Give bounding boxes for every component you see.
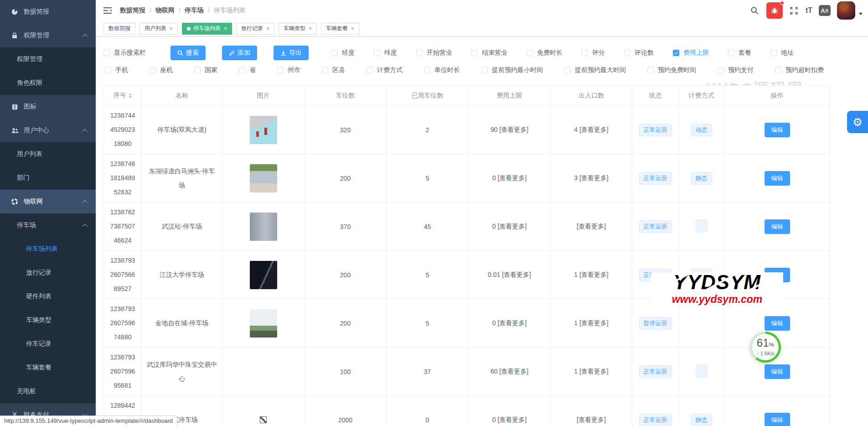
filter-checkbox-booking-payment[interactable]: 预约支付 bbox=[718, 66, 754, 74]
close-icon[interactable]: × bbox=[309, 26, 312, 31]
filter-checkbox-country[interactable]: 国家 bbox=[194, 66, 217, 74]
breadcrumb-item[interactable]: 停车场 bbox=[185, 6, 204, 15]
checkbox-icon bbox=[277, 67, 284, 73]
filter-checkbox-fee-cap[interactable]: 费用上限 bbox=[673, 49, 709, 57]
translate-icon[interactable]: A文 bbox=[819, 5, 831, 16]
edit-button[interactable]: 编辑 bbox=[765, 316, 790, 331]
filter-checkbox-latitude[interactable]: 纬度 bbox=[374, 49, 397, 57]
sidebar-item-permission-manage[interactable]: 权限管理 bbox=[0, 47, 96, 71]
filter-checkbox-unit-duration[interactable]: 单位时长 bbox=[424, 66, 460, 74]
sidebar-group-parking[interactable]: 停车场 bbox=[0, 213, 96, 237]
sidebar-item-label: 停车记录 bbox=[26, 340, 52, 348]
close-icon[interactable]: × bbox=[351, 26, 354, 31]
sidebar-group-permissions[interactable]: 权限管理 bbox=[0, 24, 96, 47]
sidebar-item-user-list[interactable]: 用户列表 bbox=[0, 142, 96, 166]
checkbox-icon bbox=[424, 67, 430, 73]
tab-vehicle-packages[interactable]: 车辆套餐 × bbox=[321, 23, 359, 35]
cell-actions: 编辑 bbox=[724, 203, 830, 251]
gates-more-link[interactable]: 4 [查看更多] bbox=[551, 106, 632, 154]
sidebar-item-vehicle-type[interactable]: 车辆类型 bbox=[0, 308, 96, 332]
filter-checkbox-review-count[interactable]: 评论数 bbox=[624, 49, 654, 57]
font-size-icon[interactable]: tT bbox=[806, 6, 812, 15]
edit-button[interactable]: 编辑 bbox=[765, 219, 790, 234]
gates-more-link[interactable]: [查看更多] bbox=[551, 396, 632, 426]
tab-label: 放行记录 bbox=[241, 25, 263, 32]
edit-button[interactable]: 编辑 bbox=[765, 123, 790, 137]
filter-checkbox-close-time[interactable]: 结束营业 bbox=[471, 49, 507, 57]
checkbox-label: 免费时长 bbox=[537, 49, 563, 57]
fee-more-link[interactable]: 0 [查看更多] bbox=[469, 154, 551, 203]
sidebar-item-parking-list[interactable]: 停车场列表 bbox=[0, 237, 96, 261]
gates-more-link[interactable]: 1 [查看更多] bbox=[551, 251, 632, 299]
export-button[interactable]: 导出 bbox=[274, 46, 309, 60]
filter-checkbox-mobile[interactable]: 手机 bbox=[105, 66, 128, 74]
filter-checkbox-open-time[interactable]: 开始营业 bbox=[416, 49, 452, 57]
avatar[interactable] bbox=[837, 1, 855, 20]
show-search-checkbox[interactable]: 显示搜索栏 bbox=[103, 49, 146, 57]
sidebar-item-icons[interactable]: 图标 bbox=[0, 95, 96, 119]
sidebar-group-iot[interactable]: 物联网 bbox=[0, 190, 96, 213]
filter-checkbox-max-advance-time[interactable]: 提前预约最大时间 bbox=[564, 66, 626, 74]
search-button[interactable]: 搜索 bbox=[170, 46, 206, 60]
filter-checkbox-billing-mode[interactable]: 计费方式 bbox=[367, 66, 403, 74]
gates-more-link[interactable]: 1 [查看更多] bbox=[551, 299, 632, 348]
sidebar-item-department[interactable]: 部门 bbox=[0, 166, 96, 190]
sidebar-item-charging-pile[interactable]: 充电桩 bbox=[0, 379, 96, 403]
breadcrumb-item[interactable]: 数据简报 bbox=[120, 6, 145, 15]
tab-vehicle-type[interactable]: 车辆类型 × bbox=[279, 23, 317, 35]
filter-checkbox-package[interactable]: 套餐 bbox=[728, 49, 751, 57]
error-log-bug-icon[interactable] bbox=[766, 2, 783, 19]
tab-parking-list[interactable]: 停车场列表 × bbox=[182, 23, 232, 35]
filter-checkbox-rating[interactable]: 评分 bbox=[582, 49, 605, 57]
tab-user-list[interactable]: 用户列表 × bbox=[140, 23, 178, 35]
sidebar-group-user-center[interactable]: 用户中心 bbox=[0, 119, 96, 142]
sort-carets-icon[interactable] bbox=[129, 93, 132, 99]
close-icon[interactable]: × bbox=[266, 26, 269, 31]
edit-button[interactable]: 编辑 bbox=[765, 171, 790, 186]
sidebar-item-vehicle-packages[interactable]: 车辆套餐 bbox=[0, 356, 96, 379]
sidebar-item-hardware-list[interactable]: 硬件列表 bbox=[0, 285, 96, 308]
filter-checkbox-free-duration[interactable]: 免费时长 bbox=[527, 49, 563, 57]
fee-more-link[interactable]: 0.01 [查看更多] bbox=[469, 251, 551, 299]
filter-checkbox-city[interactable]: 州市 bbox=[277, 66, 300, 74]
sidebar-item-dashboard[interactable]: 数据简报 bbox=[0, 0, 96, 24]
filter-checkbox-booking-timeout-fee[interactable]: 预约超时扣费 bbox=[775, 66, 824, 74]
fee-more-link[interactable]: 90 [查看更多] bbox=[469, 106, 551, 154]
cell-name: 金地自在城-停车场 bbox=[142, 299, 222, 348]
tab-pass-records[interactable]: 放行记录 × bbox=[236, 23, 274, 35]
sidebar-collapse-icon[interactable] bbox=[103, 5, 113, 16]
main-area: 数据简报 / 物联网 / 停车场 / 停车场列表 tT bbox=[96, 0, 868, 426]
filter-checkbox-province[interactable]: 省 bbox=[239, 66, 256, 74]
sidebar-item-parking-records[interactable]: 停车记录 bbox=[0, 332, 96, 356]
cell-image bbox=[222, 106, 305, 154]
close-icon[interactable]: × bbox=[224, 26, 227, 31]
filter-checkbox-landline[interactable]: 座机 bbox=[150, 66, 173, 74]
filter-checkbox-address[interactable]: 地址 bbox=[770, 49, 794, 57]
fee-more-link[interactable]: 0 [查看更多] bbox=[469, 299, 551, 348]
edit-button[interactable]: 编辑 bbox=[765, 364, 790, 379]
filter-checkbox-longitude[interactable]: 经度 bbox=[331, 49, 355, 57]
gates-more-link[interactable]: 1 [查看更多] bbox=[551, 348, 632, 396]
avatar-caret-down-icon[interactable] bbox=[859, 13, 863, 15]
search-icon[interactable] bbox=[750, 5, 760, 16]
settings-gear-button[interactable]: ⚙ bbox=[847, 111, 868, 133]
breadcrumb-item[interactable]: 物联网 bbox=[155, 6, 175, 15]
fee-more-link[interactable]: 0 [查看更多] bbox=[469, 203, 551, 251]
fee-more-link[interactable]: 0 [查看更多] bbox=[469, 396, 551, 426]
progress-percent: 61% bbox=[757, 338, 774, 350]
checkbox-label: 评分 bbox=[592, 49, 605, 57]
close-icon[interactable]: × bbox=[170, 26, 173, 31]
filter-checkbox-free-booking-time[interactable]: 预约免费时间 bbox=[647, 66, 696, 74]
tab-dashboard[interactable]: 数据简报 bbox=[103, 23, 135, 35]
fullscreen-icon[interactable] bbox=[789, 5, 799, 16]
filter-checkbox-district[interactable]: 区县 bbox=[322, 66, 345, 74]
gates-more-link[interactable]: [查看更多] bbox=[551, 203, 632, 251]
filter-checkbox-min-advance-time[interactable]: 提前预约最小时间 bbox=[481, 66, 543, 74]
edit-button[interactable]: 编辑 bbox=[765, 413, 790, 426]
gates-more-link[interactable]: 3 [查看更多] bbox=[551, 154, 632, 203]
add-button[interactable]: 添加 bbox=[222, 46, 257, 60]
sidebar-item-role-permission[interactable]: 角色权限 bbox=[0, 71, 96, 95]
checkbox-label: 手机 bbox=[115, 66, 128, 74]
sidebar-item-pass-records[interactable]: 放行记录 bbox=[0, 261, 96, 285]
fee-more-link[interactable]: 60 [查看更多] bbox=[469, 348, 551, 396]
